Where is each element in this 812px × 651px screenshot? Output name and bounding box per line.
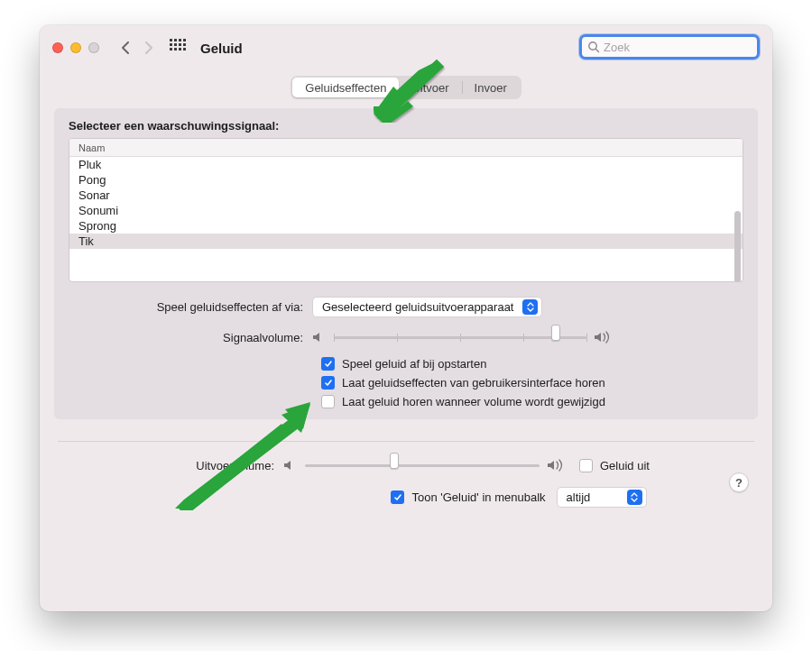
list-item[interactable]: Sonar (69, 188, 743, 203)
nav-buttons (115, 38, 159, 58)
window-controls (52, 42, 99, 53)
select-arrow-icon (522, 299, 538, 315)
show-all-prefs-icon[interactable] (170, 39, 188, 57)
ui-sound-checkbox[interactable] (321, 376, 335, 390)
svg-line-1 (595, 49, 598, 51)
list-column-header: Naam (69, 139, 743, 157)
play-via-select[interactable]: Geselecteerd geluidsuitvoerapparaat (312, 297, 542, 317)
divider (58, 441, 754, 442)
play-via-label: Speel geluidseffecten af via: (96, 300, 312, 314)
close-window-button[interactable] (52, 42, 63, 53)
list-item[interactable]: Tik (69, 234, 743, 249)
slider-knob[interactable] (390, 453, 399, 469)
volume-change-sound-label: Laat geluid horen wanneer volume wordt g… (342, 395, 605, 408)
scrollbar[interactable] (734, 211, 741, 281)
minimize-window-button[interactable] (70, 42, 81, 53)
speaker-low-icon (312, 331, 327, 344)
tab-bar: Geluidseffecten Uitvoer Invoer (291, 76, 521, 99)
ui-sound-checkbox-row: Laat geluidseffecten van gebruikersinter… (321, 376, 716, 390)
search-input[interactable] (604, 41, 752, 54)
ui-sound-label: Laat geluidseffecten van gebruikersinter… (342, 376, 605, 390)
tab-input[interactable]: Invoer (462, 78, 520, 97)
show-in-menubar-checkbox[interactable] (391, 491, 404, 504)
alert-volume-label: Signaalvolume: (96, 331, 312, 344)
sound-preferences-window: Geluid Geluidseffecten Uitvoer Invoer Se… (40, 25, 772, 611)
list-body: Pluk Pong Sonar Sonumi Sprong Tik (69, 157, 743, 281)
zoom-window-button[interactable] (88, 42, 99, 53)
tab-sound-effects[interactable]: Geluidseffecten (292, 78, 399, 97)
output-volume-slider[interactable] (305, 456, 540, 474)
startup-sound-checkbox[interactable] (321, 357, 335, 371)
volume-change-sound-checkbox[interactable] (321, 395, 335, 408)
speaker-low-icon (283, 459, 298, 472)
alert-sound-heading: Selecteer een waarschuwingssignaal: (69, 119, 743, 133)
select-arrow-icon (627, 490, 642, 505)
sound-effects-form: Speel geluidseffecten af via: Geselectee… (96, 297, 716, 408)
show-in-menubar-mode-select[interactable]: altijd (557, 487, 647, 508)
titlebar: Geluid (40, 25, 772, 70)
alert-sound-list[interactable]: Naam Pluk Pong Sonar Sonumi Sprong Tik (69, 138, 743, 282)
help-button[interactable]: ? (729, 472, 749, 492)
list-item[interactable]: Sonumi (69, 203, 743, 218)
speaker-high-icon (547, 459, 565, 472)
search-icon (587, 41, 600, 53)
tab-output[interactable]: Uitvoer (399, 78, 461, 97)
volume-change-sound-checkbox-row: Laat geluid horen wanneer volume wordt g… (321, 395, 716, 408)
output-section: Uitvoervolume: Geluid uit Toon 'Geluid' … (67, 456, 745, 508)
show-in-menubar-label: Toon 'Geluid' in menubalk (411, 491, 545, 504)
search-field[interactable] (579, 34, 760, 60)
slider-knob[interactable] (551, 325, 560, 341)
startup-sound-checkbox-row: Speel geluid af bij opstarten (321, 357, 716, 371)
startup-sound-label: Speel geluid af bij opstarten (342, 357, 486, 371)
list-item[interactable]: Pluk (69, 157, 743, 172)
mute-checkbox[interactable] (579, 459, 593, 472)
window-title: Geluid (200, 41, 243, 56)
output-volume-label: Uitvoervolume: (67, 459, 283, 472)
sound-effects-panel: Selecteer een waarschuwingssignaal: Naam… (54, 108, 758, 419)
back-button[interactable] (115, 38, 135, 58)
forward-button[interactable] (139, 38, 159, 58)
mute-label: Geluid uit (600, 459, 650, 472)
speaker-high-icon (594, 331, 612, 344)
list-item[interactable]: Sprong (69, 218, 743, 234)
list-item[interactable]: Pong (69, 172, 743, 188)
alert-volume-slider[interactable] (334, 328, 586, 346)
